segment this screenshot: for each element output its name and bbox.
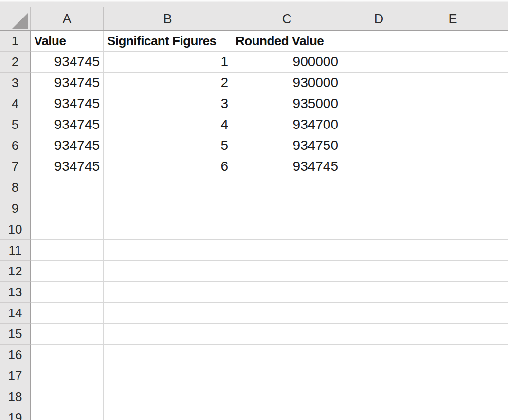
cell-D12[interactable]: [342, 261, 416, 282]
row-header-13[interactable]: 13: [0, 282, 31, 303]
cell-C15[interactable]: [232, 324, 342, 345]
cell-D4[interactable]: [342, 93, 416, 114]
column-header-f-partial[interactable]: [490, 7, 508, 30]
cell-C19[interactable]: [232, 407, 342, 420]
cell-B17[interactable]: [104, 365, 232, 386]
row-header-6[interactable]: 6: [0, 135, 31, 156]
cell-F14[interactable]: [490, 303, 508, 324]
row-header-12[interactable]: 12: [0, 261, 31, 282]
cell-E4[interactable]: [416, 93, 490, 114]
cell-B8[interactable]: [104, 177, 232, 198]
row-header-1[interactable]: 1: [0, 31, 31, 52]
cell-E17[interactable]: [416, 365, 490, 386]
column-header-d[interactable]: D: [342, 7, 416, 30]
cell-D19[interactable]: [342, 407, 416, 420]
cell-A10[interactable]: [31, 219, 104, 240]
cell-A16[interactable]: [31, 345, 104, 365]
column-header-a[interactable]: A: [31, 7, 104, 30]
cell-F7[interactable]: [490, 156, 508, 177]
row-header-8[interactable]: 8: [0, 177, 31, 198]
column-header-e[interactable]: E: [416, 7, 490, 30]
cell-C3[interactable]: 930000: [232, 73, 342, 93]
cell-D5[interactable]: [342, 114, 416, 135]
row-header-16[interactable]: 16: [0, 345, 31, 365]
cell-F10[interactable]: [490, 219, 508, 240]
cell-F11[interactable]: [490, 240, 508, 261]
cell-A2[interactable]: 934745: [31, 52, 104, 73]
cell-B9[interactable]: [104, 198, 232, 219]
cell-B5[interactable]: 4: [104, 114, 232, 135]
cell-C8[interactable]: [232, 177, 342, 198]
cell-A17[interactable]: [31, 365, 104, 386]
cell-A15[interactable]: [31, 324, 104, 345]
cell-F6[interactable]: [490, 135, 508, 156]
cell-E2[interactable]: [416, 52, 490, 73]
cell-B13[interactable]: [104, 282, 232, 303]
cell-E18[interactable]: [416, 386, 490, 407]
cell-E19[interactable]: [416, 407, 490, 420]
cell-C13[interactable]: [232, 282, 342, 303]
cell-C11[interactable]: [232, 240, 342, 261]
cell-A6[interactable]: 934745: [31, 135, 104, 156]
cell-C2[interactable]: 900000: [232, 52, 342, 73]
cell-A13[interactable]: [31, 282, 104, 303]
cell-A9[interactable]: [31, 198, 104, 219]
cell-C4[interactable]: 935000: [232, 93, 342, 114]
cell-A8[interactable]: [31, 177, 104, 198]
cell-A7[interactable]: 934745: [31, 156, 104, 177]
cell-B10[interactable]: [104, 219, 232, 240]
cell-B1[interactable]: Significant Figures: [104, 31, 232, 52]
cell-B2[interactable]: 1: [104, 52, 232, 73]
cell-D16[interactable]: [342, 345, 416, 365]
row-header-15[interactable]: 15: [0, 324, 31, 345]
cell-E10[interactable]: [416, 219, 490, 240]
cell-C5[interactable]: 934700: [232, 114, 342, 135]
cell-C6[interactable]: 934750: [232, 135, 342, 156]
cell-F8[interactable]: [490, 177, 508, 198]
row-header-9[interactable]: 9: [0, 198, 31, 219]
cell-E3[interactable]: [416, 73, 490, 93]
cell-C12[interactable]: [232, 261, 342, 282]
cell-D3[interactable]: [342, 73, 416, 93]
cell-A5[interactable]: 934745: [31, 114, 104, 135]
cell-E7[interactable]: [416, 156, 490, 177]
cell-E14[interactable]: [416, 303, 490, 324]
cell-C10[interactable]: [232, 219, 342, 240]
cell-B14[interactable]: [104, 303, 232, 324]
cell-B3[interactable]: 2: [104, 73, 232, 93]
row-header-19[interactable]: 19: [0, 407, 31, 420]
cell-D1[interactable]: [342, 31, 416, 52]
select-all-button[interactable]: [0, 7, 31, 30]
cell-C9[interactable]: [232, 198, 342, 219]
cell-D14[interactable]: [342, 303, 416, 324]
cell-B6[interactable]: 5: [104, 135, 232, 156]
cell-D2[interactable]: [342, 52, 416, 73]
row-header-18[interactable]: 18: [0, 386, 31, 407]
cell-F12[interactable]: [490, 261, 508, 282]
cell-F2[interactable]: [490, 52, 508, 73]
cell-A1[interactable]: Value: [31, 31, 104, 52]
cell-B18[interactable]: [104, 386, 232, 407]
cell-F4[interactable]: [490, 93, 508, 114]
column-header-c[interactable]: C: [232, 7, 342, 30]
cell-E13[interactable]: [416, 282, 490, 303]
cell-B12[interactable]: [104, 261, 232, 282]
cell-D10[interactable]: [342, 219, 416, 240]
cell-F18[interactable]: [490, 386, 508, 407]
cell-E16[interactable]: [416, 345, 490, 365]
cell-B16[interactable]: [104, 345, 232, 365]
cell-A12[interactable]: [31, 261, 104, 282]
cell-F3[interactable]: [490, 73, 508, 93]
cell-F19[interactable]: [490, 407, 508, 420]
cell-E11[interactable]: [416, 240, 490, 261]
cell-F5[interactable]: [490, 114, 508, 135]
cell-D13[interactable]: [342, 282, 416, 303]
row-header-5[interactable]: 5: [0, 114, 31, 135]
cell-A3[interactable]: 934745: [31, 73, 104, 93]
column-header-b[interactable]: B: [104, 7, 232, 30]
cell-C18[interactable]: [232, 386, 342, 407]
row-header-11[interactable]: 11: [0, 240, 31, 261]
cell-D18[interactable]: [342, 386, 416, 407]
row-header-17[interactable]: 17: [0, 365, 31, 386]
row-header-4[interactable]: 4: [0, 93, 31, 114]
